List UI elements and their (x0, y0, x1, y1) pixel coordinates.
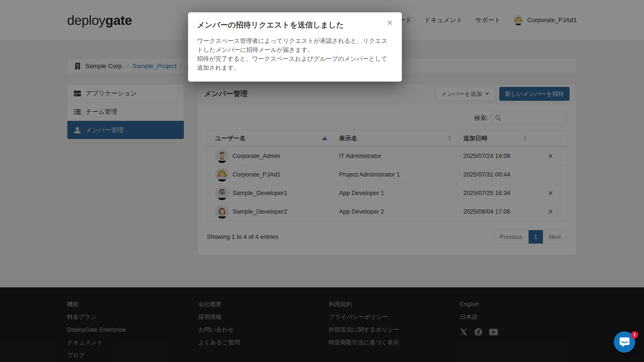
unread-count-badge: 7 (631, 331, 638, 339)
dialog-paragraph: ワークスペース管理者によってリクエストが承認されると、リクエストしたメンバーに招… (197, 36, 393, 54)
dialog-body: ワークスペース管理者によってリクエストが承認されると、リクエストしたメンバーに招… (197, 36, 393, 72)
chat-bubble-icon (619, 337, 630, 347)
page: deploygate ダッシュボード ドキュメント サポート Corporate… (0, 0, 644, 362)
close-icon[interactable]: × (386, 17, 394, 28)
dialog-title: メンバーの招待リクエストを送信しました (197, 20, 393, 30)
dialog-paragraph: 招待が完了すると、ワークスペースおよびグループのメンバーとして追加されます。 (197, 54, 393, 72)
invite-sent-dialog: メンバーの招待リクエストを送信しました × ワークスペース管理者によってリクエス… (188, 12, 402, 81)
chat-launcher-button[interactable]: 7 (614, 331, 635, 353)
